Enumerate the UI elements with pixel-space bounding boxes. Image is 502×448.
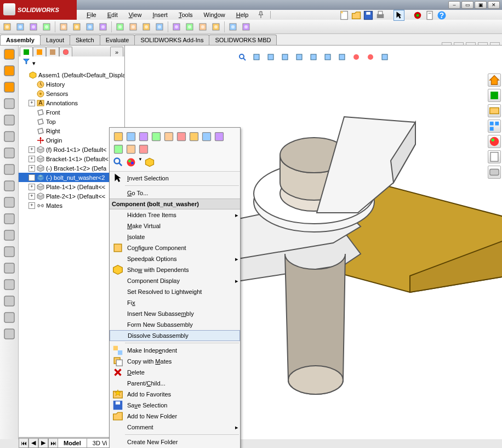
ctx-item-insert-new-subassembly[interactable]: Insert New Subassembly — [110, 308, 240, 319]
toolbar-btn-10[interactable] — [140, 21, 152, 33]
sidebar-cmd-3[interactable] — [3, 97, 16, 110]
toolbar-btn-11[interactable] — [153, 21, 166, 33]
toolbar-btn-13[interactable] — [184, 21, 196, 33]
tree-root[interactable]: Assem1 (Default<Default_Displa — [19, 70, 124, 80]
new-doc-icon[interactable] — [339, 10, 350, 21]
tab-nav-prev[interactable]: ◀ — [28, 438, 38, 448]
menu-window[interactable]: Window — [199, 10, 230, 19]
ctx-toolbar-btn-5[interactable] — [176, 131, 187, 142]
home-icon[interactable] — [488, 73, 501, 87]
ctx-item-make-independent[interactable]: Make Independent — [110, 345, 240, 356]
ctx-item-add-to-new-folder[interactable]: Add to New Folder — [110, 411, 240, 422]
ctx-part-icon[interactable] — [144, 157, 155, 168]
sidebar-cmd-17[interactable] — [3, 327, 16, 341]
tree-tab-expand[interactable]: » — [110, 47, 123, 56]
expander-icon[interactable]: + — [28, 193, 35, 200]
tree-item-2[interactable]: +AAnnotations — [19, 98, 124, 107]
toolbar-btn-4[interactable] — [58, 21, 70, 33]
toolbar-btn-3[interactable] — [41, 21, 53, 33]
sidebar-cmd-11[interactable] — [3, 229, 16, 242]
menu-tools[interactable]: Tools — [174, 10, 197, 19]
sidebar-cmd-9[interactable] — [3, 196, 16, 209]
tree-tab-prop[interactable] — [33, 47, 46, 56]
tab-layout[interactable]: Layout — [40, 35, 70, 45]
ctx-toolbar-btn-4[interactable] — [163, 131, 174, 142]
sidebar-cmd-6[interactable] — [3, 146, 16, 160]
ctx-toolbar-btn-10[interactable] — [126, 144, 136, 155]
ctx-item-parent-child-[interactable]: Parent/Child... — [110, 378, 240, 389]
toolbar-btn-9[interactable] — [127, 21, 139, 33]
explorer-icon[interactable] — [488, 104, 501, 117]
sidebar-cmd-16[interactable] — [3, 311, 16, 324]
expander-icon[interactable]: + — [28, 174, 35, 181]
expander-icon[interactable]: + — [28, 100, 35, 106]
ctx-item-speedpak-options[interactable]: Speedpak Options▸ — [110, 253, 240, 264]
ctx-item-make-virtual[interactable]: Make Virtual — [110, 220, 240, 231]
view-palette-icon[interactable] — [488, 120, 501, 133]
min-button[interactable]: – — [448, 1, 460, 9]
ctx-item-configure-component[interactable]: Configure Component — [110, 242, 240, 253]
tree-item-1[interactable]: Sensors — [19, 89, 124, 98]
tab-nav-next[interactable]: ▶ — [38, 438, 48, 448]
ctx-appearance-icon[interactable] — [126, 157, 136, 168]
tree-item-3[interactable]: Front — [19, 107, 124, 117]
rebuild-icon[interactable] — [412, 10, 423, 21]
ctx-item-go-to-[interactable]: Go To... — [110, 188, 240, 199]
sidebar-cmd-5[interactable] — [3, 130, 16, 143]
close-button[interactable]: ✕ — [488, 1, 500, 9]
toolbar-btn-14[interactable] — [197, 21, 209, 33]
restore-button[interactable]: ▭ — [461, 1, 474, 9]
sidebar-cmd-1[interactable] — [3, 64, 16, 77]
funnel-icon[interactable] — [22, 58, 31, 65]
tab-assembly[interactable]: Assembly — [0, 35, 41, 45]
ctx-item-show-with-dependents[interactable]: Show with Dependents — [110, 264, 240, 275]
tab-nav-first[interactable]: ⏮ — [19, 438, 28, 448]
tab-mbd[interactable]: SOLIDWORKS MBD — [209, 35, 277, 45]
sidebar-cmd-8[interactable] — [3, 179, 16, 192]
toolbar-btn-0[interactable] — [1, 21, 13, 33]
ctx-toolbar-btn-6[interactable] — [189, 131, 199, 142]
ctx-item-hidden-tree-items[interactable]: Hidden Tree Items▸ — [110, 209, 240, 220]
toolbar-btn-6[interactable] — [84, 21, 96, 33]
ctx-toolbar-btn-9[interactable] — [113, 144, 124, 155]
toolbar-btn-8[interactable] — [114, 21, 126, 33]
ctx-item-delete[interactable]: Delete — [110, 367, 240, 378]
ctx-item-invert-selection[interactable]: Invert Selection — [110, 173, 240, 184]
toolbar-btn-17[interactable] — [240, 21, 252, 33]
ctx-toolbar-btn-3[interactable] — [151, 131, 162, 142]
ctx-item-component-display[interactable]: Component Display▸ — [110, 275, 240, 286]
sidebar-cmd-0[interactable] — [3, 48, 16, 61]
ctx-item-fix[interactable]: Fix — [110, 297, 240, 308]
sidebar-cmd-12[interactable] — [3, 245, 16, 258]
tree-item-4[interactable]: Top — [19, 117, 124, 126]
menu-edit[interactable]: Edit — [103, 10, 122, 19]
tab-evaluate[interactable]: Evaluate — [100, 35, 135, 45]
expander-icon[interactable]: + — [28, 202, 35, 209]
tab-addins[interactable]: SOLIDWORKS Add-Ins — [134, 35, 209, 45]
ctx-item-dissolve-subassembly[interactable]: Dissolve Subassembly — [110, 330, 240, 341]
toolbar-btn-12[interactable] — [170, 21, 182, 33]
sidebar-cmd-7[interactable] — [3, 163, 16, 176]
ctx-toolbar-btn-7[interactable] — [201, 131, 212, 142]
restore2-button[interactable]: ▣ — [475, 1, 487, 9]
toolbar-btn-15[interactable] — [210, 21, 222, 33]
save-icon[interactable] — [363, 10, 374, 21]
tab-model[interactable]: Model — [58, 438, 87, 448]
expander-icon[interactable]: + — [28, 146, 35, 153]
ctx-toolbar-btn-8[interactable] — [214, 131, 225, 142]
toolbar-btn-16[interactable] — [227, 21, 239, 33]
sidebar-cmd-14[interactable] — [3, 278, 16, 291]
ctx-toolbar-btn-1[interactable] — [126, 131, 136, 142]
toolbar-btn-7[interactable] — [97, 21, 109, 33]
toolbar-btn-1[interactable] — [14, 21, 26, 33]
open-icon[interactable] — [351, 10, 362, 21]
forum-icon[interactable] — [488, 166, 501, 179]
help-icon[interactable]: ? — [436, 10, 447, 21]
sidebar-cmd-15[interactable] — [3, 294, 16, 308]
tree-tab-display[interactable] — [59, 47, 72, 56]
menu-help[interactable]: Help — [232, 10, 253, 19]
menu-view[interactable]: View — [124, 10, 146, 19]
ctx-zoom-icon[interactable] — [113, 157, 124, 168]
sidebar-cmd-2[interactable] — [3, 81, 16, 94]
tab-sketch[interactable]: Sketch — [70, 35, 100, 45]
